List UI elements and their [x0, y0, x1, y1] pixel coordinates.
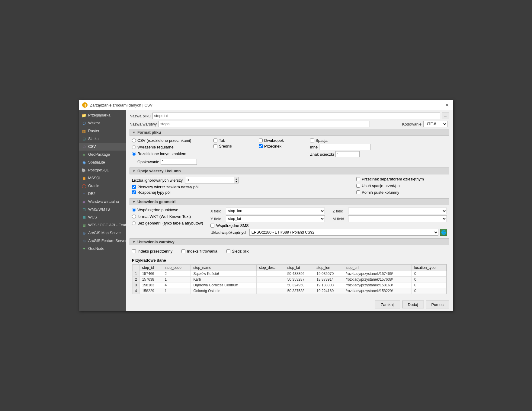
- nazwa-warstwy-input[interactable]: [159, 121, 370, 127]
- options-toggle-icon: ▼: [132, 169, 136, 173]
- sredni-checkbox[interactable]: [213, 144, 217, 148]
- znak-ucieczki-input[interactable]: [335, 151, 360, 157]
- cell-stop-lon: 19.188303: [314, 282, 343, 288]
- format-section-header[interactable]: ▼ Format pliku: [130, 129, 449, 136]
- nazwa-warstwy-label: Nazwa warstwy: [130, 122, 157, 126]
- spin-buttons: ▲ ▼: [234, 177, 238, 183]
- layer-section-title: Ustawienia warstwy: [137, 240, 175, 244]
- sidebar-item-postgresql[interactable]: 🐘 PostgreSQL: [79, 166, 126, 174]
- sidebar-item-warstwa-wirtualna[interactable]: ◈ Warstwa wirtualna: [79, 198, 126, 206]
- przecinek-separator-checkbox[interactable]: [356, 177, 360, 181]
- bez-geometrii-radio-row: Bez geometrii (tylko tabela atrybutów): [132, 221, 207, 225]
- sidebar-item-oracle[interactable]: ◯ Oracle: [79, 182, 126, 190]
- zamknij-button[interactable]: Zamknij: [375, 301, 400, 308]
- sms-checkbox[interactable]: [210, 224, 214, 228]
- spacja-checkbox[interactable]: [310, 139, 314, 142]
- cell-stop-url: /rozklady/przystanek/157466/: [343, 271, 412, 277]
- wkt-radio[interactable]: [132, 215, 136, 218]
- rozdzielone-radio[interactable]: [132, 152, 136, 156]
- spacja-check-item: Spacja: [310, 138, 370, 143]
- wspolrzedne-radio[interactable]: [132, 208, 136, 212]
- spin-up-button[interactable]: ▲: [234, 177, 238, 180]
- tab-checkbox[interactable]: [213, 139, 217, 142]
- sidebar-item-wfs[interactable]: ⊞ WFS / OGC API - Features: [79, 221, 126, 229]
- options-section-header[interactable]: ▼ Opcje wierszy i kolumn: [130, 167, 449, 174]
- bottom-bar: Zamknij Dodaj Pomoc: [126, 298, 453, 311]
- sidebar-item-db2[interactable]: ▪ DB2: [79, 190, 126, 198]
- opakowanie-label: Opakowanie: [137, 160, 159, 164]
- y-field-row: Y field stop_lat M field: [210, 215, 447, 222]
- inne-input[interactable]: [319, 144, 370, 150]
- tab-check-item: Tab: [213, 138, 253, 143]
- indeks-filtrowania-checkbox[interactable]: [181, 249, 185, 253]
- wyrazenie-radio[interactable]: [132, 145, 136, 149]
- cell-stop-lat: 50.353287: [285, 277, 314, 282]
- layer-section-header[interactable]: ▼ Ustawienia warstwy: [130, 238, 449, 245]
- m-field-select[interactable]: [348, 215, 447, 222]
- globe-icon: 🌐: [441, 230, 446, 235]
- geonode-icon: ✦: [82, 246, 86, 251]
- sidebar-item-csv[interactable]: ⊕ CSV: [79, 143, 126, 151]
- z-field-select[interactable]: [348, 208, 447, 214]
- sidebar-item-siatka[interactable]: ⊞ Siatka: [79, 135, 126, 143]
- crs-globe-button[interactable]: 🌐: [440, 229, 447, 236]
- crs-row: Układ współrzędnych EPSG:2180 - ETRS89 /…: [210, 229, 447, 236]
- kodowanie-select[interactable]: UTF-8: [423, 121, 447, 127]
- sidebar-item-spatialite[interactable]: ◉ SpatiaLite: [79, 158, 126, 166]
- sidebar-label-arcgis-map: ArcGIS Map Server: [88, 231, 121, 235]
- przecinek-checkbox[interactable]: [259, 144, 263, 148]
- usun-spacje-checkbox[interactable]: [356, 184, 360, 188]
- dodaj-button[interactable]: Dodaj: [402, 301, 424, 308]
- title-bar: Q Zarządzanie źródłami danych | CSV ✕: [79, 100, 453, 110]
- opakowanie-input[interactable]: [161, 159, 197, 165]
- spatialite-icon: ◉: [82, 160, 86, 165]
- sidebar-item-mssql[interactable]: ◼ MSSQL: [79, 174, 126, 182]
- cell-stop-code: 1: [162, 288, 191, 294]
- y-field-select[interactable]: stop_lat: [226, 215, 325, 222]
- content-area: Nazwa pliku ... Nazwa warstwy Kodowanie …: [126, 110, 453, 311]
- nazwa-pliku-input[interactable]: [152, 113, 440, 119]
- wms-icon: ⊡: [82, 207, 86, 212]
- geom-section-header[interactable]: ▼ Ustawienia geometrii: [130, 198, 449, 205]
- wyrazenie-radio-label: Wyrażenie regularne: [137, 145, 174, 149]
- sidebar: 📁 Przeglądarka ⬡ Wektor ▦ Raster ⊞ Siatk…: [79, 110, 126, 311]
- y-field-label: Y field: [210, 217, 224, 221]
- crs-select[interactable]: EPSG:2180 - ETRS89 / Poland CS92: [249, 229, 438, 236]
- sidebar-item-wms[interactable]: ⊡ WMS/WMTS: [79, 206, 126, 213]
- dwukropek-checkbox[interactable]: [259, 139, 263, 142]
- title-bar-left: Q Zarządzanie źródłami danych | CSV: [82, 102, 152, 108]
- sledz-plik-row: Śledź plik: [226, 249, 249, 253]
- close-button[interactable]: ✕: [444, 102, 450, 108]
- rozpoznaj-typy-checkbox[interactable]: [132, 190, 136, 194]
- cell-stop-name: Gołonóg Osiedle: [191, 288, 256, 294]
- pierwszy-wiersz-checkbox[interactable]: [132, 185, 136, 189]
- sidebar-label-raster: Raster: [88, 129, 99, 133]
- sidebar-label-oracle: Oracle: [88, 184, 99, 188]
- sidebar-item-arcgis-feature[interactable]: ⊕ ArcGIS Feature Server: [79, 237, 126, 245]
- sledz-plik-checkbox[interactable]: [226, 249, 230, 253]
- cell-stop-lat: 50.438896: [285, 271, 314, 277]
- browse-button[interactable]: ...: [442, 113, 449, 119]
- sidebar-label-wektor: Wektor: [88, 121, 100, 125]
- sidebar-item-geopackage[interactable]: ◈ GeoPackage: [79, 151, 126, 158]
- cell-stop-lon: 18.873914: [314, 277, 343, 282]
- x-field-select[interactable]: stop_lon: [226, 208, 325, 214]
- sidebar-item-wcs[interactable]: ⊟ WCS: [79, 213, 126, 221]
- csv-radio[interactable]: [132, 139, 136, 142]
- sidebar-item-przegladarka[interactable]: 📁 Przeglądarka: [79, 111, 126, 119]
- col-stop-code: stop_code: [162, 265, 191, 271]
- spin-down-button[interactable]: ▼: [234, 180, 238, 183]
- liczba-ignorowanych-input[interactable]: [185, 177, 234, 183]
- sidebar-label-spatialite: SpatiaLite: [88, 160, 105, 164]
- sidebar-item-raster[interactable]: ▦ Raster: [79, 127, 126, 135]
- main-window: Q Zarządzanie źródłami danych | CSV ✕ 📁 …: [79, 100, 453, 311]
- layer-toggle-icon: ▼: [132, 240, 136, 244]
- pomoc-button[interactable]: Pomoc: [426, 301, 449, 308]
- sidebar-item-wektor[interactable]: ⬡ Wektor: [79, 119, 126, 127]
- sidebar-item-arcgis-map[interactable]: ⊕ ArcGIS Map Server: [79, 229, 126, 237]
- virtual-icon: ◈: [82, 199, 86, 204]
- sidebar-item-geonode[interactable]: ✦ GeoNode: [79, 245, 126, 253]
- indeks-przestrzenny-checkbox[interactable]: [132, 249, 136, 253]
- bez-geometrii-radio[interactable]: [132, 221, 136, 225]
- pomin-puste-checkbox[interactable]: [356, 190, 360, 194]
